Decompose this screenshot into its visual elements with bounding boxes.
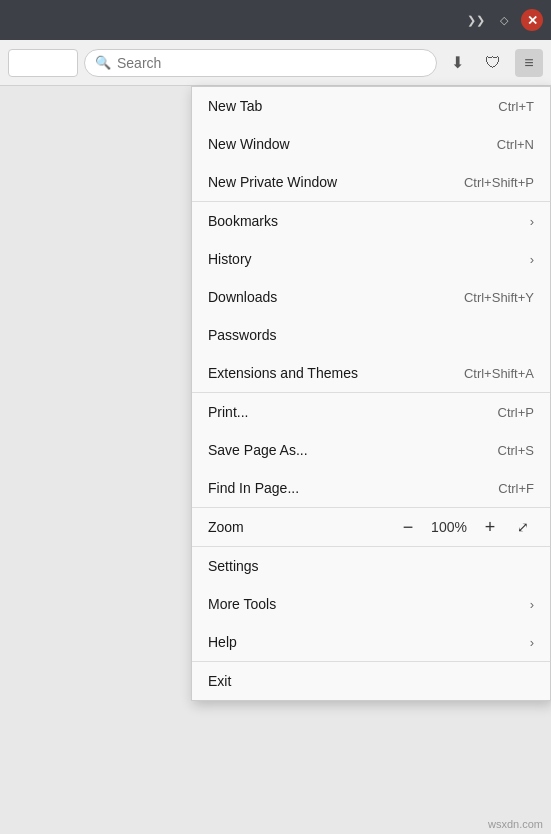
watermark: wsxdn.com: [488, 818, 543, 830]
history-chevron: ›: [530, 252, 534, 267]
help-chevron: ›: [530, 635, 534, 650]
new-tab-label: New Tab: [208, 98, 262, 114]
menu-section-new: New Tab Ctrl+T New Window Ctrl+N New Pri…: [192, 87, 550, 202]
toolbar-icons: ⬇ 🛡 ≡: [443, 49, 543, 77]
more-tools-label: More Tools: [208, 596, 276, 612]
find-in-page-item[interactable]: Find In Page... Ctrl+F: [192, 469, 550, 507]
menu-section-browse: Bookmarks › History › Downloads Ctrl+Shi…: [192, 202, 550, 393]
save-page-item[interactable]: Save Page As... Ctrl+S: [192, 431, 550, 469]
save-page-shortcut: Ctrl+S: [498, 443, 534, 458]
menu-section-page: Print... Ctrl+P Save Page As... Ctrl+S F…: [192, 393, 550, 508]
menu-section-exit: Exit: [192, 662, 550, 700]
title-bar: ❯❯ ◇ ✕: [0, 0, 551, 40]
help-item[interactable]: Help ›: [192, 623, 550, 661]
chevron-down-icon[interactable]: ❯❯: [465, 9, 487, 31]
history-label: History: [208, 251, 252, 267]
more-tools-chevron: ›: [530, 597, 534, 612]
find-in-page-label: Find In Page...: [208, 480, 299, 496]
search-input[interactable]: [117, 55, 426, 71]
new-tab-item[interactable]: New Tab Ctrl+T: [192, 87, 550, 125]
bookmarks-right: ›: [530, 214, 534, 229]
new-window-label: New Window: [208, 136, 290, 152]
new-window-shortcut: Ctrl+N: [497, 137, 534, 152]
menu-icon[interactable]: ≡: [515, 49, 543, 77]
new-tab-shortcut: Ctrl+T: [498, 99, 534, 114]
print-item[interactable]: Print... Ctrl+P: [192, 393, 550, 431]
bookmarks-label: Bookmarks: [208, 213, 278, 229]
print-shortcut: Ctrl+P: [498, 405, 534, 420]
download-icon[interactable]: ⬇: [443, 49, 471, 77]
settings-item[interactable]: Settings: [192, 547, 550, 585]
zoom-minus-button[interactable]: −: [396, 515, 420, 539]
exit-label: Exit: [208, 673, 231, 689]
menu-section-settings: Settings More Tools › Help ›: [192, 547, 550, 662]
extensions-label: Extensions and Themes: [208, 365, 358, 381]
zoom-controls: − 100% + ⤢: [396, 515, 534, 539]
browser-toolbar: 🔍 ⬇ 🛡 ≡: [0, 40, 551, 86]
save-page-label: Save Page As...: [208, 442, 308, 458]
menu-section-zoom: Zoom − 100% + ⤢: [192, 508, 550, 547]
downloads-item[interactable]: Downloads Ctrl+Shift+Y: [192, 278, 550, 316]
new-private-window-label: New Private Window: [208, 174, 337, 190]
new-window-item[interactable]: New Window Ctrl+N: [192, 125, 550, 163]
zoom-value: 100%: [430, 519, 468, 535]
zoom-plus-button[interactable]: +: [478, 515, 502, 539]
url-bar: [8, 49, 78, 77]
close-button[interactable]: ✕: [521, 9, 543, 31]
zoom-label: Zoom: [208, 519, 244, 535]
fullscreen-button[interactable]: ⤢: [512, 516, 534, 538]
zoom-item: Zoom − 100% + ⤢: [192, 508, 550, 546]
new-private-window-item[interactable]: New Private Window Ctrl+Shift+P: [192, 163, 550, 201]
downloads-label: Downloads: [208, 289, 277, 305]
search-bar[interactable]: 🔍: [84, 49, 437, 77]
shield-icon[interactable]: 🛡: [479, 49, 507, 77]
passwords-label: Passwords: [208, 327, 276, 343]
bookmarks-item[interactable]: Bookmarks ›: [192, 202, 550, 240]
exit-item[interactable]: Exit: [192, 662, 550, 700]
new-private-window-shortcut: Ctrl+Shift+P: [464, 175, 534, 190]
dropdown-menu: New Tab Ctrl+T New Window Ctrl+N New Pri…: [191, 86, 551, 701]
search-icon: 🔍: [95, 55, 111, 70]
settings-label: Settings: [208, 558, 259, 574]
more-tools-item[interactable]: More Tools ›: [192, 585, 550, 623]
bookmarks-chevron: ›: [530, 214, 534, 229]
help-label: Help: [208, 634, 237, 650]
extensions-shortcut: Ctrl+Shift+A: [464, 366, 534, 381]
content-area: New Tab Ctrl+T New Window Ctrl+N New Pri…: [0, 86, 551, 834]
passwords-item[interactable]: Passwords: [192, 316, 550, 354]
history-right: ›: [530, 252, 534, 267]
diamond-icon[interactable]: ◇: [493, 9, 515, 31]
history-item[interactable]: History ›: [192, 240, 550, 278]
downloads-shortcut: Ctrl+Shift+Y: [464, 290, 534, 305]
print-label: Print...: [208, 404, 248, 420]
find-in-page-shortcut: Ctrl+F: [498, 481, 534, 496]
extensions-item[interactable]: Extensions and Themes Ctrl+Shift+A: [192, 354, 550, 392]
